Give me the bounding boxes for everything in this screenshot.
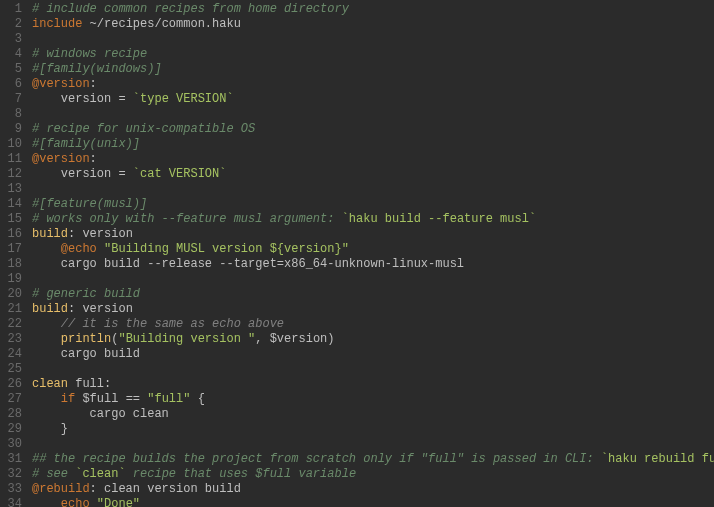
code-line: [32, 437, 714, 452]
code-token: `haku build --feature musl`: [342, 212, 536, 226]
code-token: @version: [32, 152, 90, 166]
code-token: [97, 242, 104, 256]
code-line: # works only with --feature musl argumen…: [32, 212, 714, 227]
code-token: [90, 497, 97, 507]
code-line: # recipe for unix-compatible OS: [32, 122, 714, 137]
line-number: 1: [4, 2, 22, 17]
line-number: 12: [4, 167, 22, 182]
code-token: ~/recipes/common.haku: [82, 17, 240, 31]
code-token: [32, 392, 61, 406]
line-number-gutter: 1234567891011121314151617181920212223242…: [0, 2, 30, 507]
code-token: build: [32, 227, 68, 241]
line-number: 24: [4, 347, 22, 362]
code-token: $full ==: [75, 392, 147, 406]
code-token: [32, 497, 61, 507]
code-line: #[family(windows)]: [32, 62, 714, 77]
code-line: clean full:: [32, 377, 714, 392]
line-number: 10: [4, 137, 22, 152]
code-token: # recipe for unix-compatible OS: [32, 122, 255, 136]
code-line: [32, 32, 714, 47]
code-line: }: [32, 422, 714, 437]
code-token: [32, 242, 61, 256]
code-line: @echo "Building MUSL version ${version}": [32, 242, 714, 257]
code-line: [32, 362, 714, 377]
code-token: # generic build: [32, 287, 140, 301]
code-line: [32, 107, 714, 122]
line-number: 3: [4, 32, 22, 47]
code-token: {: [190, 392, 204, 406]
line-number: 22: [4, 317, 22, 332]
code-token: }: [32, 422, 68, 436]
line-number: 5: [4, 62, 22, 77]
code-line: @rebuild: clean version build: [32, 482, 714, 497]
code-token: # see: [32, 467, 75, 481]
code-token: "Building version ": [118, 332, 255, 346]
code-token: #[family(windows)]: [32, 62, 162, 76]
code-token: version =: [32, 167, 133, 181]
code-token: if: [61, 392, 75, 406]
code-line: # see `clean` recipe that uses $full var…: [32, 467, 714, 482]
code-token: @version: [32, 77, 90, 91]
code-token: , $version): [255, 332, 334, 346]
code-token: ## the recipe builds the project from sc…: [32, 452, 601, 466]
code-line: cargo clean: [32, 407, 714, 422]
line-number: 13: [4, 182, 22, 197]
line-number: 11: [4, 152, 22, 167]
code-line: cargo build: [32, 347, 714, 362]
code-token: cargo build: [32, 347, 140, 361]
line-number: 9: [4, 122, 22, 137]
code-line: @version:: [32, 152, 714, 167]
line-number: 30: [4, 437, 22, 452]
code-line: println("Building version ", $version): [32, 332, 714, 347]
code-content[interactable]: # include common recipes from home direc…: [30, 2, 714, 507]
code-editor: 1234567891011121314151617181920212223242…: [0, 0, 714, 507]
code-token: `type VERSION`: [133, 92, 234, 106]
code-token: `clean`: [75, 467, 125, 481]
code-line: # generic build: [32, 287, 714, 302]
code-token: @rebuild: [32, 482, 90, 496]
line-number: 26: [4, 377, 22, 392]
code-token: build: [32, 302, 68, 316]
code-token: [32, 317, 61, 331]
code-token: #[feature(musl)]: [32, 197, 147, 211]
code-token: : clean version build: [90, 482, 241, 496]
line-number: 15: [4, 212, 22, 227]
code-token: "Building MUSL version ${version}": [104, 242, 349, 256]
line-number: 4: [4, 47, 22, 62]
line-number: 6: [4, 77, 22, 92]
code-token: @echo: [61, 242, 97, 256]
line-number: 16: [4, 227, 22, 242]
code-line: // it is the same as echo above: [32, 317, 714, 332]
line-number: 20: [4, 287, 22, 302]
code-token: "Done": [97, 497, 140, 507]
code-token: : version: [68, 227, 133, 241]
code-token: :: [90, 152, 97, 166]
line-number: 27: [4, 392, 22, 407]
code-line: # windows recipe: [32, 47, 714, 62]
line-number: 18: [4, 257, 22, 272]
code-line: version = `type VERSION`: [32, 92, 714, 107]
code-token: [32, 332, 61, 346]
code-line: build: version: [32, 302, 714, 317]
code-token: `haku rebuild full`: [601, 452, 714, 466]
code-token: version =: [32, 92, 133, 106]
code-token: echo: [61, 497, 90, 507]
code-line: echo "Done": [32, 497, 714, 507]
code-line: @version:: [32, 77, 714, 92]
code-line: #[family(unix)]: [32, 137, 714, 152]
code-line: version = `cat VERSION`: [32, 167, 714, 182]
line-number: 34: [4, 497, 22, 507]
code-token: full:: [68, 377, 111, 391]
code-token: `cat VERSION`: [133, 167, 227, 181]
line-number: 21: [4, 302, 22, 317]
code-token: clean: [32, 377, 68, 391]
line-number: 28: [4, 407, 22, 422]
code-line: ## the recipe builds the project from sc…: [32, 452, 714, 467]
line-number: 23: [4, 332, 22, 347]
code-token: recipe that uses $full variable: [126, 467, 356, 481]
line-number: 17: [4, 242, 22, 257]
code-token: :: [90, 77, 97, 91]
code-line: # include common recipes from home direc…: [32, 2, 714, 17]
code-token: println: [61, 332, 111, 346]
code-token: // it is the same as echo above: [61, 317, 284, 331]
